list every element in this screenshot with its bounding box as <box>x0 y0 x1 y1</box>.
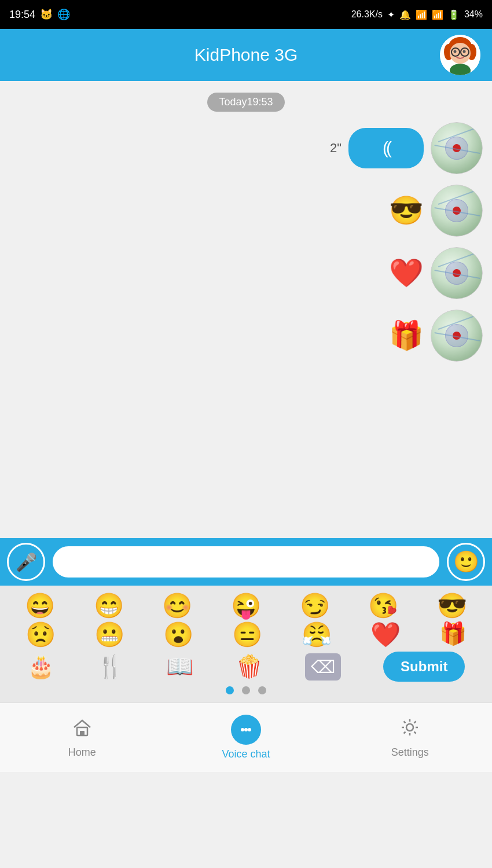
icon-fork[interactable]: 🍴 <box>97 656 124 678</box>
emoji-keyboard-button[interactable]: 🙂 <box>447 543 485 581</box>
svg-point-8 <box>454 50 457 53</box>
voice-wave-icon: (( <box>383 138 390 158</box>
status-right: 26.3K/s ✦ 🔔 📶 📶 🔋 34% <box>351 9 483 20</box>
svg-point-13 <box>241 728 244 731</box>
time-label: 19:54 <box>9 9 35 21</box>
timestamp-badge: Today19:53 <box>207 93 284 112</box>
chat-area: Today19:53 2" (( 😎 ❤️ <box>0 81 492 538</box>
emoji-smirk[interactable]: 😏 <box>300 594 330 618</box>
settings-icon <box>399 717 420 743</box>
emoji-angry[interactable]: 😤 <box>302 623 332 647</box>
svg-point-15 <box>248 728 251 731</box>
nav-home-label: Home <box>68 746 96 759</box>
emoji-row-2: 😟 😬 😮 😑 😤 ❤️ 🎁 <box>6 623 486 647</box>
home-icon <box>72 717 93 743</box>
svg-rect-12 <box>80 731 85 735</box>
map-avatar-1 <box>431 122 483 174</box>
svg-point-4 <box>450 43 471 64</box>
text-input[interactable] <box>61 556 431 568</box>
emoji-cool[interactable]: 😎 <box>437 594 467 618</box>
voice-bubble[interactable]: (( <box>348 128 424 168</box>
battery-label: 34% <box>464 9 483 20</box>
special-row: 🎂 🍴 📖 🍿 ⌫ Submit <box>6 652 486 682</box>
nav-home[interactable]: Home <box>0 717 164 759</box>
svg-point-16 <box>406 724 413 731</box>
emoji-row-1: 😄 😁 😊 😜 😏 😘 😎 <box>6 594 486 618</box>
emoji-sad[interactable]: 😟 <box>25 623 56 647</box>
map-avatar-3 <box>431 247 483 299</box>
text-input-wrapper[interactable] <box>51 545 441 579</box>
map-avatar-4 <box>431 310 483 362</box>
nav-settings[interactable]: Settings <box>328 717 492 759</box>
mute-icon: 🔔 <box>399 9 411 20</box>
bottom-nav: Home Voice chat Settings <box>0 703 492 772</box>
emoji-grin[interactable]: 😄 <box>25 594 55 618</box>
delete-key[interactable]: ⌫ <box>305 653 341 681</box>
status-bar: 19:54 🐱 🌐 26.3K/s ✦ 🔔 📶 📶 🔋 34% <box>0 0 492 29</box>
emoji-message-row-1: 😎 <box>9 185 483 237</box>
emoji-neutral[interactable]: 😑 <box>232 623 262 647</box>
icon-book[interactable]: 📖 <box>166 656 193 678</box>
battery-icon: 🔋 <box>448 9 460 20</box>
input-area: 🎤 🙂 <box>0 538 492 586</box>
mic-icon: 🎤 <box>16 552 37 572</box>
emoji-heart-key[interactable]: ❤️ <box>370 623 401 647</box>
emoji-keyboard: 😄 😁 😊 😜 😏 😘 😎 😟 😬 😮 😑 😤 ❤️ 🎁 🎂 🍴 📖 🍿 ⌫ S… <box>0 586 492 703</box>
dot-1[interactable] <box>226 686 234 694</box>
emoji-heart: ❤️ <box>389 259 424 287</box>
icon-cake[interactable]: 🎂 <box>27 656 54 678</box>
emoji-message-row-3: 🎁 <box>9 310 483 362</box>
svg-point-14 <box>244 728 248 731</box>
page-dots <box>6 686 486 694</box>
emoji-message-row-2: ❤️ <box>9 247 483 299</box>
nav-settings-label: Settings <box>391 746 429 759</box>
signal-icon: 📶 <box>432 9 443 20</box>
app-header: KidPhone 3G <box>0 29 492 81</box>
icon-popcorn[interactable]: 🍿 <box>236 656 263 678</box>
status-time: 19:54 🐱 🌐 <box>9 8 70 21</box>
emoji-sunglasses: 😎 <box>389 197 424 225</box>
smiley-icon: 🙂 <box>453 550 479 574</box>
emoji-smile[interactable]: 😊 <box>162 594 192 618</box>
emoji-astonished[interactable]: 😮 <box>163 623 193 647</box>
game-icon: 🐱 <box>40 8 53 21</box>
app-icon: 🌐 <box>57 8 70 21</box>
emoji-grimace[interactable]: 😬 <box>94 623 124 647</box>
wifi-icon: 📶 <box>416 9 427 20</box>
chat-bubble-icon <box>231 715 261 745</box>
submit-button[interactable]: Submit <box>383 652 465 682</box>
bluetooth-icon: ✦ <box>387 9 395 20</box>
voice-duration: 2" <box>330 141 342 156</box>
voice-message-row: 2" (( <box>9 122 483 174</box>
network-speed: 26.3K/s <box>351 9 383 20</box>
nav-voice-chat-label: Voice chat <box>222 748 270 760</box>
emoji-gift: 🎁 <box>389 322 424 350</box>
emoji-gift-key[interactable]: 🎁 <box>439 623 467 647</box>
mic-button[interactable]: 🎤 <box>7 543 45 581</box>
emoji-tongue[interactable]: 😜 <box>231 594 261 618</box>
emoji-kiss[interactable]: 😘 <box>368 594 398 618</box>
nav-voice-chat[interactable]: Voice chat <box>164 715 328 760</box>
app-title: KidPhone 3G <box>194 45 298 65</box>
svg-point-9 <box>463 50 466 53</box>
dot-3[interactable] <box>258 686 266 694</box>
avatar[interactable] <box>440 35 480 75</box>
emoji-laugh[interactable]: 😁 <box>94 594 124 618</box>
dot-2[interactable] <box>242 686 250 694</box>
map-avatar-2 <box>431 185 483 237</box>
